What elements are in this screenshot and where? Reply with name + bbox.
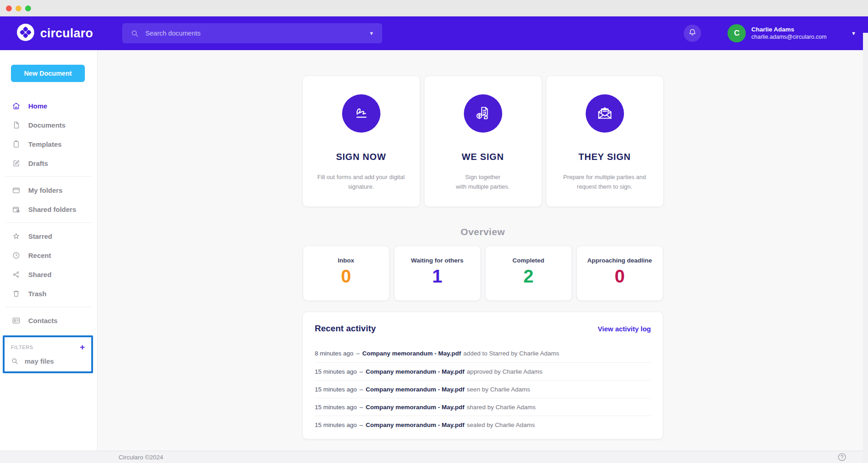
they-sign-card[interactable]: THEY SIGN Prepare for multiple parties a… [546, 76, 664, 207]
sidebar-item-documents[interactable]: Documents [0, 115, 97, 134]
divider [5, 176, 92, 177]
star-icon [12, 232, 21, 241]
sidebar-item-home[interactable]: Home [0, 96, 97, 115]
help-button[interactable] [837, 452, 847, 462]
filter-search-input[interactable] [25, 357, 84, 365]
search-icon [130, 29, 139, 38]
document-pen-hand-icon [464, 94, 502, 133]
app-footer: Circularo ©2024 [0, 451, 868, 463]
activity-separator: – [359, 368, 363, 375]
user-email: charlie.adams@circularo.com [751, 34, 826, 41]
stat-label: Waiting for others [395, 257, 480, 264]
sidebar: New Document Home Documents [0, 50, 98, 451]
envelope-document-icon [586, 94, 624, 133]
view-activity-log-link[interactable]: View activity log [598, 325, 651, 333]
sidebar-item-shared-folders[interactable]: Shared folders [0, 200, 97, 219]
sidebar-item-contacts[interactable]: Contacts [0, 311, 97, 330]
filters-panel: FILTERS + [3, 335, 93, 373]
stat-label: Approaching deadline [577, 257, 663, 264]
stat-approaching-deadline[interactable]: Approaching deadline 0 [577, 246, 663, 301]
maximize-window-button[interactable] [25, 5, 31, 11]
sidebar-item-label: Starred [28, 232, 52, 240]
activity-separator: – [359, 386, 363, 393]
sidebar-item-my-folders[interactable]: My folders [0, 180, 97, 200]
sidebar-item-label: Trash [28, 290, 47, 298]
sidebar-item-label: Shared folders [28, 206, 76, 213]
close-window-button[interactable] [6, 5, 12, 11]
bell-icon [688, 28, 697, 39]
circularo-logo-icon [16, 23, 35, 43]
minimize-window-button[interactable] [16, 5, 21, 11]
activity-row: 15 minutes ago – Company memorandum - Ma… [315, 380, 651, 398]
folder-icon [12, 186, 21, 195]
sidebar-item-drafts[interactable]: Drafts [0, 154, 97, 173]
notifications-button[interactable] [684, 25, 701, 42]
stat-completed[interactable]: Completed 2 [485, 246, 572, 301]
activity-time: 8 minutes ago [315, 350, 353, 357]
shared-folder-icon [12, 205, 21, 214]
overview-stats: Inbox 0 Waiting for others 1 Completed 2… [303, 246, 663, 301]
stat-label: Completed [486, 257, 572, 264]
question-mark-icon [837, 452, 847, 462]
stat-value: 0 [577, 266, 663, 287]
activity-row: 8 minutes ago – Company memorandum - May… [315, 345, 651, 362]
add-filter-button[interactable]: + [80, 343, 85, 351]
activity-separator: – [359, 422, 363, 428]
activity-document-link[interactable]: Company memorandum - May.pdf [366, 404, 465, 411]
activity-time: 15 minutes ago [315, 422, 357, 428]
activity-row: 15 minutes ago – Company memorandum - Ma… [315, 398, 651, 416]
recent-activity-panel: Recent activity View activity log 8 minu… [302, 312, 663, 439]
activity-time: 15 minutes ago [315, 404, 357, 411]
action-description: Prepare for multiple parties and request… [546, 173, 663, 192]
user-avatar[interactable]: C [728, 24, 746, 42]
activity-document-link[interactable]: Company memorandum - May.pdf [362, 350, 461, 357]
search-options-chevron-down-icon[interactable]: ▼ [369, 31, 374, 36]
stat-value: 0 [303, 266, 389, 287]
activity-action: approved by Charlie Adams [467, 368, 542, 375]
window-controls [6, 5, 31, 11]
activity-document-link[interactable]: Company memorandum - May.pdf [366, 368, 465, 375]
activity-document-link[interactable]: Company memorandum - May.pdf [366, 386, 465, 393]
stat-value: 2 [486, 266, 572, 287]
stat-inbox[interactable]: Inbox 0 [303, 246, 390, 301]
activity-separator: – [359, 404, 363, 411]
sidebar-item-recent[interactable]: Recent [0, 246, 97, 265]
divider [5, 222, 92, 223]
sidebar-item-label: Drafts [28, 159, 48, 167]
activity-time: 15 minutes ago [315, 386, 357, 393]
share-icon [12, 270, 21, 279]
home-icon [12, 102, 21, 110]
brand-name: circularo [40, 26, 93, 41]
document-search-bar[interactable]: ▼ [122, 23, 382, 43]
sidebar-item-templates[interactable]: Templates [0, 134, 97, 154]
activity-row: 15 minutes ago – Company memorandum - Ma… [315, 416, 651, 433]
stat-waiting-for-others[interactable]: Waiting for others 1 [394, 246, 481, 301]
user-info[interactable]: Charlie Adams charlie.adams@circularo.co… [751, 26, 826, 41]
we-sign-card[interactable]: WE SIGN Sign together with multiple part… [424, 76, 542, 207]
copyright-text: Circularo ©2024 [119, 454, 163, 461]
brand[interactable]: circularo [16, 23, 93, 43]
user-menu-chevron-down-icon[interactable]: ▼ [851, 31, 856, 36]
sidebar-item-label: Shared [28, 271, 52, 278]
sidebar-item-label: Templates [28, 140, 62, 148]
activity-document-link[interactable]: Company memorandum - May.pdf [366, 422, 465, 428]
sidebar-item-shared[interactable]: Shared [0, 265, 97, 284]
edit-icon [12, 159, 21, 168]
window-scrollbar[interactable] [863, 33, 868, 463]
sidebar-item-label: Home [28, 102, 47, 110]
sidebar-item-trash[interactable]: Trash [0, 284, 97, 303]
filters-search[interactable] [11, 357, 85, 365]
app-header: circularo ▼ C Charlie Adams charlie.adam… [0, 16, 868, 50]
action-title: SIGN NOW [303, 152, 420, 162]
sidebar-item-starred[interactable]: Starred [0, 226, 97, 246]
document-icon [12, 121, 21, 129]
stat-label: Inbox [303, 257, 389, 264]
user-name: Charlie Adams [751, 26, 826, 34]
activity-action: added to Starred by Charlie Adams [463, 350, 559, 357]
search-icon [11, 357, 19, 365]
activity-action: shared by Charlie Adams [467, 404, 535, 411]
activity-action: seen by Charlie Adams [467, 386, 530, 393]
search-input[interactable] [146, 30, 364, 37]
sign-now-card[interactable]: SIGN NOW Fill out forms and add your dig… [302, 76, 420, 207]
new-document-button[interactable]: New Document [11, 65, 85, 82]
